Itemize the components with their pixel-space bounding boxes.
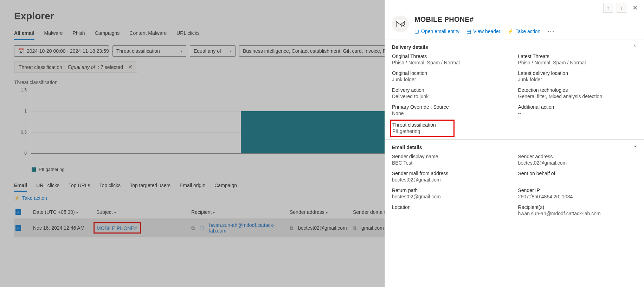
return-path-label: Return path [392,187,511,193]
more-actions-button[interactable]: ⋯ [547,27,555,36]
email-entity-icon [392,15,409,32]
delivery-action-label: Delivery action [392,87,511,93]
latest-location-label: Latest delivery location [518,70,637,76]
threat-classification-value: PII gathering [392,128,436,134]
delivery-details-section: Delivery details ⌃ Original ThreatsPhish… [385,39,644,139]
additional-action-value: -- [518,110,637,116]
sender-address-value: bectest02@gmail.com [518,160,637,166]
sent-on-behalf-label: Sent on behalf of [518,171,637,176]
location-label: Location [392,204,511,210]
previous-button[interactable]: ↑ [603,3,613,13]
original-location-label: Original location [392,70,511,76]
svg-point-2 [402,25,404,26]
arrow-up-icon: ↑ [607,5,610,11]
latest-threats-value: Phish / Normal, Spam / Normal [518,60,637,65]
sender-ip-label: Sender IP [518,187,637,193]
sender-mail-from-value: bectest02@gmail.com [392,177,511,183]
panel-take-action-label: Take action [516,28,541,34]
primary-override-value: None [392,110,511,116]
view-header-button[interactable]: ▤ View header [466,28,501,34]
sender-display-name-label: Sender display name [392,154,511,159]
close-panel-button[interactable]: ✕ [630,3,640,13]
chevron-up-icon: ⌃ [633,145,637,150]
open-email-entity-label: Open email entity [421,28,459,34]
detection-tech-value: General filter, Mixed analysis detection [518,94,637,99]
details-panel: ↑ ↓ ✕ MOBILE PHONE# ▢ Open email entity … [385,0,644,287]
latest-location-value: Junk folder [518,77,637,82]
close-icon: ✕ [632,4,638,12]
lightning-icon: ⚡ [508,28,514,34]
detection-tech-label: Detection technologies [518,87,637,93]
sender-address-label: Sender address [518,154,637,159]
header-icon: ▤ [466,28,471,34]
open-icon: ▢ [414,28,419,34]
latest-threats-label: Latest Threats [518,53,637,59]
primary-override-label: Primary Override : Source [392,104,511,110]
original-location-value: Junk folder [392,77,511,82]
original-threats-value: Phish / Normal, Spam / Normal [392,60,511,65]
email-details-header[interactable]: Email details ⌃ [392,145,637,150]
email-details-section: Email details ⌃ Sender display nameBEC T… [385,139,644,218]
sender-ip-value: 2607:f8b0:4864:20::1034 [518,194,637,199]
view-header-label: View header [473,28,501,34]
original-threats-label: Original Threats [392,53,511,59]
panel-title: MOBILE PHONE# [414,15,637,24]
return-path-value: bectest02@gmail.com [392,194,511,199]
threat-classification-label: Threat classification [392,122,436,128]
recipients-value: hwan.sun-ah@mdodf.cattack-lab.com [518,211,637,216]
sender-mail-from-label: Sender mail from address [392,171,511,176]
additional-action-label: Additional action [518,104,637,110]
email-details-title: Email details [392,145,422,150]
delivery-details-title: Delivery details [392,44,428,50]
chevron-up-icon: ⌃ [633,44,637,50]
delivery-action-value: Delivered to junk [392,94,511,99]
panel-take-action-button[interactable]: ⚡ Take action [508,28,541,34]
sent-on-behalf-value: - [518,177,637,183]
arrow-down-icon: ↓ [620,5,623,11]
next-button[interactable]: ↓ [617,3,626,13]
sender-display-name-value: BEC Test [392,160,511,166]
open-email-entity-button[interactable]: ▢ Open email entity [414,28,459,34]
recipients-label: Recipient(s) [518,204,637,210]
delivery-details-header[interactable]: Delivery details ⌃ [392,44,637,50]
